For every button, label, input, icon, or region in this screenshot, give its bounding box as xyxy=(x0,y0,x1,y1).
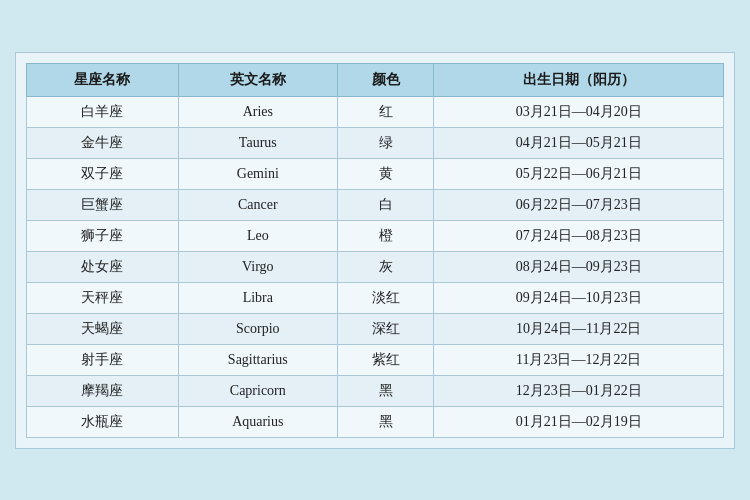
cell-row5-col2: 灰 xyxy=(337,251,434,282)
table-row: 处女座Virgo灰08月24日—09月23日 xyxy=(27,251,724,282)
header-color: 颜色 xyxy=(337,63,434,96)
cell-row1-col1: Taurus xyxy=(178,127,337,158)
cell-row1-col2: 绿 xyxy=(337,127,434,158)
cell-row10-col3: 01月21日—02月19日 xyxy=(434,406,724,437)
cell-row5-col0: 处女座 xyxy=(27,251,179,282)
cell-row9-col1: Capricorn xyxy=(178,375,337,406)
table-row: 白羊座Aries红03月21日—04月20日 xyxy=(27,96,724,127)
cell-row10-col2: 黑 xyxy=(337,406,434,437)
cell-row3-col0: 巨蟹座 xyxy=(27,189,179,220)
header-chinese-name: 星座名称 xyxy=(27,63,179,96)
cell-row4-col0: 狮子座 xyxy=(27,220,179,251)
cell-row5-col1: Virgo xyxy=(178,251,337,282)
header-date: 出生日期（阳历） xyxy=(434,63,724,96)
cell-row10-col0: 水瓶座 xyxy=(27,406,179,437)
cell-row9-col2: 黑 xyxy=(337,375,434,406)
cell-row7-col1: Scorpio xyxy=(178,313,337,344)
cell-row6-col2: 淡红 xyxy=(337,282,434,313)
cell-row8-col2: 紫红 xyxy=(337,344,434,375)
table-row: 巨蟹座Cancer白06月22日—07月23日 xyxy=(27,189,724,220)
cell-row10-col1: Aquarius xyxy=(178,406,337,437)
table-row: 狮子座Leo橙07月24日—08月23日 xyxy=(27,220,724,251)
cell-row3-col1: Cancer xyxy=(178,189,337,220)
table-row: 天蝎座Scorpio深红10月24日—11月22日 xyxy=(27,313,724,344)
cell-row0-col1: Aries xyxy=(178,96,337,127)
cell-row9-col0: 摩羯座 xyxy=(27,375,179,406)
cell-row4-col1: Leo xyxy=(178,220,337,251)
cell-row3-col2: 白 xyxy=(337,189,434,220)
cell-row6-col0: 天秤座 xyxy=(27,282,179,313)
cell-row0-col3: 03月21日—04月20日 xyxy=(434,96,724,127)
cell-row2-col1: Gemini xyxy=(178,158,337,189)
cell-row4-col2: 橙 xyxy=(337,220,434,251)
cell-row8-col3: 11月23日—12月22日 xyxy=(434,344,724,375)
cell-row5-col3: 08月24日—09月23日 xyxy=(434,251,724,282)
table-body: 白羊座Aries红03月21日—04月20日金牛座Taurus绿04月21日—0… xyxy=(27,96,724,437)
cell-row2-col3: 05月22日—06月21日 xyxy=(434,158,724,189)
cell-row6-col3: 09月24日—10月23日 xyxy=(434,282,724,313)
cell-row7-col0: 天蝎座 xyxy=(27,313,179,344)
zodiac-table-container: 星座名称 英文名称 颜色 出生日期（阳历） 白羊座Aries红03月21日—04… xyxy=(15,52,735,449)
table-row: 双子座Gemini黄05月22日—06月21日 xyxy=(27,158,724,189)
cell-row2-col2: 黄 xyxy=(337,158,434,189)
table-row: 水瓶座Aquarius黑01月21日—02月19日 xyxy=(27,406,724,437)
table-row: 摩羯座Capricorn黑12月23日—01月22日 xyxy=(27,375,724,406)
cell-row0-col0: 白羊座 xyxy=(27,96,179,127)
header-english-name: 英文名称 xyxy=(178,63,337,96)
cell-row8-col1: Sagittarius xyxy=(178,344,337,375)
cell-row1-col0: 金牛座 xyxy=(27,127,179,158)
cell-row1-col3: 04月21日—05月21日 xyxy=(434,127,724,158)
table-row: 射手座Sagittarius紫红11月23日—12月22日 xyxy=(27,344,724,375)
cell-row3-col3: 06月22日—07月23日 xyxy=(434,189,724,220)
cell-row4-col3: 07月24日—08月23日 xyxy=(434,220,724,251)
cell-row0-col2: 红 xyxy=(337,96,434,127)
table-header-row: 星座名称 英文名称 颜色 出生日期（阳历） xyxy=(27,63,724,96)
zodiac-table: 星座名称 英文名称 颜色 出生日期（阳历） 白羊座Aries红03月21日—04… xyxy=(26,63,724,438)
cell-row9-col3: 12月23日—01月22日 xyxy=(434,375,724,406)
table-row: 金牛座Taurus绿04月21日—05月21日 xyxy=(27,127,724,158)
cell-row2-col0: 双子座 xyxy=(27,158,179,189)
cell-row7-col2: 深红 xyxy=(337,313,434,344)
cell-row6-col1: Libra xyxy=(178,282,337,313)
cell-row8-col0: 射手座 xyxy=(27,344,179,375)
cell-row7-col3: 10月24日—11月22日 xyxy=(434,313,724,344)
table-row: 天秤座Libra淡红09月24日—10月23日 xyxy=(27,282,724,313)
